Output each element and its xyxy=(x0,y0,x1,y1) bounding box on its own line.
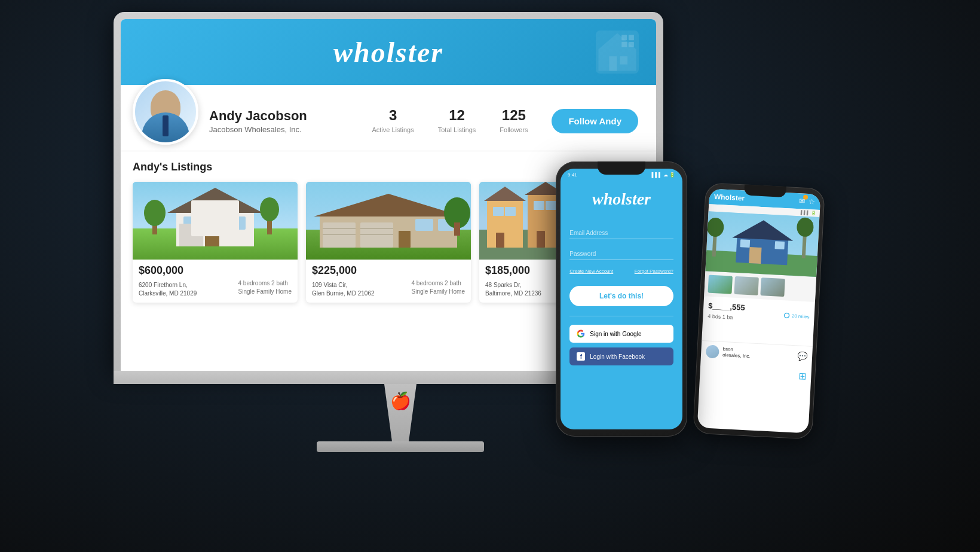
profile-info: Andy Jacobson Jacobson Wholesales, Inc. xyxy=(209,108,348,134)
phone-listing-shell: Wholster ✉ ☆ ▌▌▌ 🔋 xyxy=(693,182,825,440)
listing-details-1: $600,000 6200 Firethorn Ln, Clarksville,… xyxy=(133,260,298,303)
phone-signals: ▌▌▌ ☁ 🔋 xyxy=(652,172,675,178)
password-input-group xyxy=(569,248,673,260)
p2-app-name: Wholster xyxy=(714,193,745,203)
p2-signal: ▌▌▌ 🔋 xyxy=(801,210,816,215)
profile-company: Jacobson Wholesales, Inc. xyxy=(209,125,348,134)
facebook-login-button[interactable]: f Login with Facebook xyxy=(569,347,673,365)
listing-bottom-2: 109 Vista Cir, Glen Burnie, MD 21062 4 b… xyxy=(312,279,465,298)
svg-rect-23 xyxy=(323,222,356,248)
listing-bottom-1: 6200 Firethorn Ln, Clarksville, MD 21029… xyxy=(139,279,292,298)
facebook-btn-label: Login with Facebook xyxy=(590,353,645,360)
followers-label: Followers xyxy=(500,126,528,133)
stat-active-listings: 3 Active Listings xyxy=(372,107,414,135)
listing-card-2[interactable]: $225,000 109 Vista Cir, Glen Burnie, MD … xyxy=(306,182,471,303)
email-input[interactable] xyxy=(569,227,673,239)
forgot-password-link[interactable]: Forgot Password? xyxy=(635,269,673,274)
follow-andy-button[interactable]: Follow Andy xyxy=(552,109,638,133)
svg-rect-44 xyxy=(493,207,504,216)
listing-price-1: $600,000 xyxy=(139,264,292,277)
p2-distance: 20 miles xyxy=(784,312,810,319)
chat-icon[interactable]: 💬 xyxy=(797,351,808,361)
phone-login-shell: 9:41 ▌▌▌ ☁ 🔋 wholster Create New Account… xyxy=(556,161,687,437)
listing-address-3: 48 Sparks Dr, Baltimore, MD 21236 xyxy=(485,281,541,298)
p2-agent-avatar xyxy=(706,344,719,358)
phone-auth-links: Create New Account Forgot Password? xyxy=(569,269,673,274)
listing-price-2: $225,000 xyxy=(312,264,465,277)
listing-image-1 xyxy=(133,182,298,260)
listing-card-1[interactable]: $600,000 6200 Firethorn Ln, Clarksville,… xyxy=(133,182,298,303)
avatar-body xyxy=(142,112,189,142)
svg-rect-54 xyxy=(749,247,761,264)
imac-base xyxy=(317,441,484,452)
profile-section: Andy Jacobson Jacobson Wholesales, Inc. … xyxy=(121,85,656,151)
mail-icon[interactable]: ✉ xyxy=(799,197,806,206)
password-input[interactable] xyxy=(569,248,673,260)
svg-rect-11 xyxy=(205,231,219,246)
house-icon xyxy=(590,25,644,81)
google-btn-label: Sign in with Google xyxy=(590,331,641,337)
p2-beds: 4 bds 1 ba xyxy=(708,313,733,321)
svg-rect-1 xyxy=(610,56,617,71)
p2-thumb-2[interactable] xyxy=(734,276,759,295)
star-icon[interactable]: ☆ xyxy=(808,197,816,206)
listing-image-2 xyxy=(306,182,471,260)
total-listings-label: Total Listings xyxy=(438,126,476,133)
svg-rect-29 xyxy=(399,231,411,248)
phone-login-screen: 9:41 ▌▌▌ ☁ 🔋 wholster Create New Account… xyxy=(561,169,682,429)
google-sign-in-button[interactable]: Sign in with Google xyxy=(569,325,673,343)
svg-rect-56 xyxy=(774,241,785,249)
profile-stats: 3 Active Listings 12 Total Listings 125 … xyxy=(372,107,528,135)
svg-point-16 xyxy=(144,200,166,226)
svg-rect-33 xyxy=(454,222,460,236)
svg-rect-14 xyxy=(179,224,203,246)
phone-logo: wholster xyxy=(592,190,651,209)
phone-listing-screen: Wholster ✉ ☆ ▌▌▌ 🔋 xyxy=(697,188,821,433)
svg-rect-5 xyxy=(621,42,627,47)
svg-rect-49 xyxy=(537,231,545,248)
svg-rect-46 xyxy=(534,201,544,210)
svg-rect-4 xyxy=(629,35,634,40)
grid-icon[interactable]: ⊞ xyxy=(798,371,807,382)
apple-logo-icon: 🍎 xyxy=(390,391,411,411)
listing-details-2: $225,000 109 Vista Cir, Glen Burnie, MD … xyxy=(306,260,471,303)
total-listings-count: 12 xyxy=(438,107,476,124)
avatar xyxy=(133,79,198,145)
listing-address-1: 6200 Firethorn Ln, Clarksville, MD 21029 xyxy=(139,281,197,298)
p2-house-image xyxy=(705,211,819,277)
stat-followers: 125 Followers xyxy=(500,107,528,135)
p2-agent-name: bson olesales, Inc. xyxy=(722,346,751,360)
svg-rect-2 xyxy=(620,56,628,65)
phone-notch xyxy=(598,161,645,175)
svg-rect-45 xyxy=(505,207,516,216)
google-icon xyxy=(577,330,585,338)
phone-divider xyxy=(569,316,673,316)
site-header: wholster xyxy=(121,19,656,85)
p2-thumb-3[interactable] xyxy=(760,277,785,297)
svg-rect-6 xyxy=(629,42,634,47)
svg-point-18 xyxy=(260,197,279,221)
phone-listing-device: Wholster ✉ ☆ ▌▌▌ 🔋 xyxy=(693,182,825,440)
lets-do-this-button[interactable]: Let's do this! xyxy=(569,286,673,306)
svg-rect-30 xyxy=(415,219,433,231)
listing-address-2: 109 Vista Cir, Glen Burnie, MD 21062 xyxy=(312,281,375,298)
listing-meta-2: 4 bedrooms 2 bath Single Family Home xyxy=(412,279,465,298)
svg-rect-13 xyxy=(229,216,246,230)
phone-time: 9:41 xyxy=(568,172,577,178)
avatar-tie xyxy=(163,115,169,136)
p2-header-icons: ✉ ☆ xyxy=(799,197,816,206)
listing-meta-1: 4 bedrooms 2 bath Single Family Home xyxy=(238,279,292,298)
p2-listing-info: $____,555 4 bds 1 ba 20 miles xyxy=(703,296,815,328)
site-logo: wholster xyxy=(333,36,443,69)
p2-thumb-1[interactable] xyxy=(708,275,733,294)
facebook-icon: f xyxy=(577,352,585,361)
phone-login-device: 9:41 ▌▌▌ ☁ 🔋 wholster Create New Account… xyxy=(556,161,687,437)
profile-name: Andy Jacobson xyxy=(209,108,348,124)
active-listings-count: 3 xyxy=(372,107,414,124)
email-input-group xyxy=(569,227,673,239)
svg-rect-55 xyxy=(740,239,751,248)
p2-price: $____,555 xyxy=(708,301,745,312)
create-account-link[interactable]: Create New Account xyxy=(569,269,613,274)
svg-rect-36 xyxy=(487,200,523,248)
phone2-notch xyxy=(744,184,786,197)
